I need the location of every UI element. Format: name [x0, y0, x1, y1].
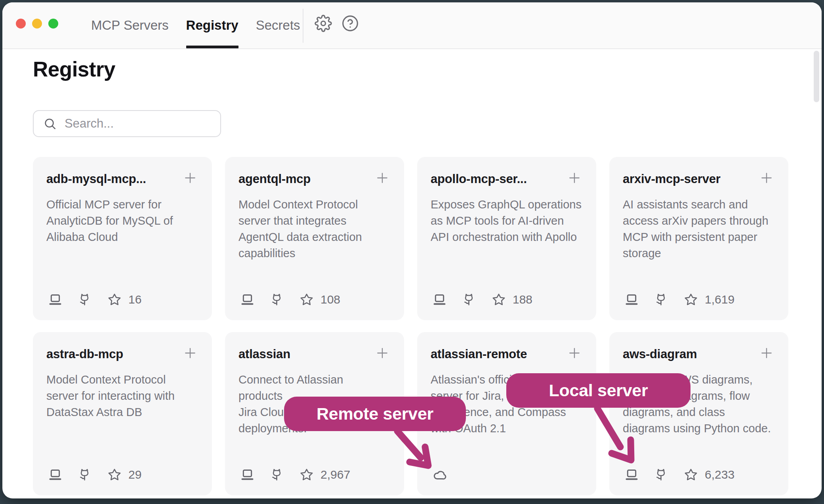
plus-icon: [182, 345, 198, 361]
server-card-footer: 108: [239, 292, 340, 307]
server-card[interactable]: agentql-mcp Model Context Protocolserver…: [225, 157, 404, 320]
server-card-footer: 1,619: [624, 292, 734, 307]
local-server-icon: [624, 467, 639, 483]
star-icon: [683, 292, 699, 307]
server-card[interactable]: apollo-mcp-ser... Exposes GraphQL operat…: [417, 157, 596, 320]
server-card-title: apollo-mcp-ser...: [431, 169, 527, 186]
server-card-description-line: Alibaba Cloud: [46, 229, 198, 245]
plus-icon: [374, 345, 390, 361]
server-card[interactable]: aws-diagram Generate AWS diagrams,sequen…: [609, 332, 788, 495]
nav-tabs: MCP ServersRegistrySecrets: [91, 2, 300, 48]
star-icon: [683, 467, 699, 483]
server-card-description-line: as MCP tools for AI-driven: [431, 213, 583, 229]
server-card-description-line: server that integrates: [238, 213, 391, 229]
server-card-title: aws-diagram: [623, 344, 697, 361]
server-card-title: adb-mysql-mcp...: [46, 169, 146, 186]
search-input[interactable]: [64, 116, 208, 131]
add-server-button[interactable]: [566, 345, 583, 361]
server-card-description-line: API orchestration with Apollo: [431, 229, 583, 245]
server-card-description: Official MCP server forAnalyticDB for My…: [46, 197, 198, 245]
server-card-title: atlassian: [238, 344, 290, 361]
tab-secrets[interactable]: Secrets: [256, 2, 300, 48]
server-card-description: AI assistants search andaccess arXiv pap…: [623, 197, 775, 262]
scrollbar-thumb[interactable]: [814, 51, 819, 102]
github-icon: [653, 292, 669, 307]
star-count: 108: [320, 293, 340, 306]
server-card-description-line: DataStax Astra DB: [46, 404, 198, 420]
server-card-description-line: diagrams using Python code.: [623, 420, 775, 437]
registry-card-grid: adb-mysql-mcp... Official MCP server for…: [33, 157, 788, 495]
star-count-group: 29: [107, 467, 141, 483]
remote-server-callout-label: Remote server: [317, 404, 433, 424]
github-icon: [269, 292, 284, 307]
add-server-button[interactable]: [182, 170, 198, 186]
add-server-button[interactable]: [374, 345, 391, 361]
titlebar: MCP ServersRegistrySecrets: [2, 2, 822, 49]
server-card-footer: 2,967: [239, 467, 350, 483]
server-card-description: Exposes GraphQL operationsas MCP tools f…: [431, 197, 583, 245]
local-server-icon: [239, 292, 255, 307]
local-server-icon: [624, 292, 639, 307]
add-server-button[interactable]: [758, 345, 775, 361]
server-card-description-line: Connect to Atlassian: [238, 372, 391, 388]
server-card[interactable]: astra-db-mcp Model Context Protocolserve…: [33, 332, 212, 495]
plus-icon: [566, 170, 582, 186]
server-card-description-line: storage: [623, 245, 775, 262]
star-count: 16: [128, 293, 141, 306]
server-card-description-line: AgentQL data extraction: [238, 229, 391, 245]
star-count: 1,619: [705, 293, 734, 306]
github-icon: [461, 292, 477, 307]
star-count-group: 1,619: [683, 292, 734, 307]
plus-icon: [759, 170, 774, 186]
tab-mcp-servers[interactable]: MCP Servers: [91, 2, 169, 48]
star-count-group: 6,233: [683, 467, 734, 483]
server-card-title: agentql-mcp: [238, 169, 311, 186]
search-box: [33, 110, 221, 137]
add-server-button[interactable]: [182, 345, 198, 361]
remote-server-icon: [431, 467, 447, 483]
add-server-button[interactable]: [374, 170, 391, 186]
plus-icon: [566, 345, 582, 361]
local-server-icon: [431, 292, 447, 307]
plus-icon: [374, 170, 390, 186]
help-icon[interactable]: [341, 14, 359, 32]
server-card-footer: 6,233: [624, 467, 734, 483]
search-icon: [43, 117, 57, 130]
server-card-footer: 188: [431, 292, 532, 307]
star-count: 188: [513, 293, 532, 306]
server-card-title: astra-db-mcp: [46, 344, 123, 361]
star-count: 2,967: [320, 468, 350, 481]
star-icon: [299, 292, 315, 307]
star-count: 29: [128, 468, 141, 481]
close-window-button[interactable]: [16, 19, 26, 29]
star-count-group: 16: [107, 292, 141, 307]
server-card-description-line: Model Context Protocol: [238, 197, 391, 213]
server-card[interactable]: arxiv-mcp-server AI assistants search an…: [609, 157, 788, 320]
traffic-lights: [16, 19, 58, 29]
add-server-button[interactable]: [758, 170, 775, 186]
server-card-description-line: AI assistants search and: [623, 197, 775, 213]
server-card-description: Model Context Protocolserver for interac…: [46, 372, 198, 420]
server-card-description-line: Exposes GraphQL operations: [431, 197, 583, 213]
zoom-window-button[interactable]: [48, 19, 58, 29]
github-icon: [269, 467, 284, 483]
server-card-description-line: MCP with persistent paper: [623, 229, 775, 245]
server-card-description-line: AnalyticDB for MySQL of: [46, 213, 198, 229]
tab-registry[interactable]: Registry: [186, 2, 238, 48]
server-card-description: Model Context Protocolserver that integr…: [238, 197, 391, 262]
server-card-description-line: Model Context Protocol: [46, 372, 198, 388]
server-card-title: atlassian-remote: [431, 344, 527, 361]
server-card-description-line: Official MCP server for: [46, 197, 198, 213]
settings-gear-icon[interactable]: [314, 14, 332, 32]
star-icon: [299, 467, 315, 483]
server-card-description-line: capabilities: [238, 245, 391, 262]
server-card-title: arxiv-mcp-server: [623, 169, 721, 186]
minimize-window-button[interactable]: [32, 19, 42, 29]
server-card[interactable]: adb-mysql-mcp... Official MCP server for…: [33, 157, 212, 320]
github-icon: [76, 292, 92, 307]
add-server-button[interactable]: [566, 170, 583, 186]
server-card-description-line: access arXiv papers through: [623, 213, 775, 229]
star-count: 6,233: [705, 468, 734, 481]
local-server-icon: [47, 292, 63, 307]
star-count-group: 188: [491, 292, 532, 307]
